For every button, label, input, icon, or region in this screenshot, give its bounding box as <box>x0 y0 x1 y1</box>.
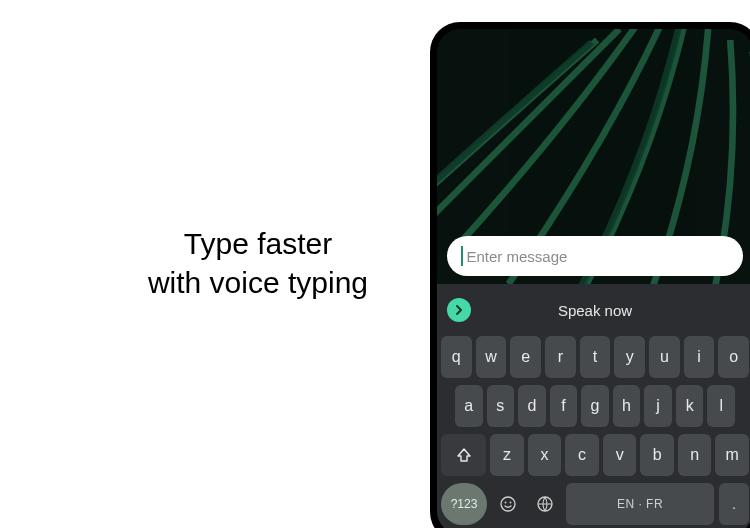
key-w[interactable]: w <box>476 336 507 378</box>
key-f[interactable]: f <box>550 385 578 427</box>
key-y[interactable]: y <box>614 336 645 378</box>
key-c[interactable]: c <box>565 434 599 476</box>
key-m[interactable]: m <box>715 434 749 476</box>
key-l[interactable]: l <box>707 385 735 427</box>
key-a[interactable]: a <box>455 385 483 427</box>
key-d[interactable]: d <box>518 385 546 427</box>
phone-frame: Enter message Speak now q w e r t y <box>430 22 750 528</box>
key-u[interactable]: u <box>649 336 680 378</box>
message-input[interactable]: Enter message <box>447 236 743 276</box>
key-s[interactable]: s <box>487 385 515 427</box>
svg-point-1 <box>501 497 515 511</box>
language-key[interactable] <box>529 483 561 525</box>
key-z[interactable]: z <box>490 434 524 476</box>
phone-screen: Enter message Speak now q w e r t y <box>437 29 750 528</box>
emoji-key[interactable] <box>492 483 524 525</box>
text-cursor <box>461 246 463 266</box>
key-q[interactable]: q <box>441 336 472 378</box>
key-o[interactable]: o <box>718 336 749 378</box>
key-b[interactable]: b <box>640 434 674 476</box>
key-j[interactable]: j <box>644 385 672 427</box>
key-row-1: q w e r t y u i o <box>441 336 749 378</box>
key-row-2: a s d f g h j k l <box>441 385 749 427</box>
on-screen-keyboard: Speak now q w e r t y u i o a s d f g h <box>437 284 750 528</box>
key-r[interactable]: r <box>545 336 576 378</box>
key-t[interactable]: t <box>580 336 611 378</box>
shift-icon <box>456 447 472 463</box>
key-i[interactable]: i <box>684 336 715 378</box>
key-g[interactable]: g <box>581 385 609 427</box>
globe-icon <box>536 495 554 513</box>
marketing-line-1: Type faster <box>184 227 332 260</box>
chat-wallpaper: Enter message <box>437 29 750 284</box>
period-key[interactable]: . <box>719 483 749 525</box>
symbols-key[interactable]: ?123 <box>441 483 487 525</box>
marketing-line-2: with voice typing <box>148 266 368 299</box>
key-row-bottom: ?123 EN · FR . <box>441 483 749 525</box>
key-k[interactable]: k <box>676 385 704 427</box>
key-x[interactable]: x <box>528 434 562 476</box>
spacebar-key[interactable]: EN · FR <box>566 483 714 525</box>
key-v[interactable]: v <box>603 434 637 476</box>
svg-point-3 <box>510 502 512 504</box>
expand-toolbar-button[interactable] <box>447 298 471 322</box>
shift-key[interactable] <box>441 434 486 476</box>
marketing-headline: Type faster with voice typing <box>98 224 418 302</box>
key-row-3: z x c v b n m <box>441 434 749 476</box>
voice-typing-prompt: Speak now <box>471 302 719 319</box>
chevron-right-icon <box>453 304 465 316</box>
suggestion-bar: Speak now <box>441 292 749 328</box>
svg-point-2 <box>505 502 507 504</box>
key-e[interactable]: e <box>510 336 541 378</box>
key-n[interactable]: n <box>678 434 712 476</box>
emoji-icon <box>499 495 517 513</box>
message-placeholder: Enter message <box>467 248 568 265</box>
key-h[interactable]: h <box>613 385 641 427</box>
